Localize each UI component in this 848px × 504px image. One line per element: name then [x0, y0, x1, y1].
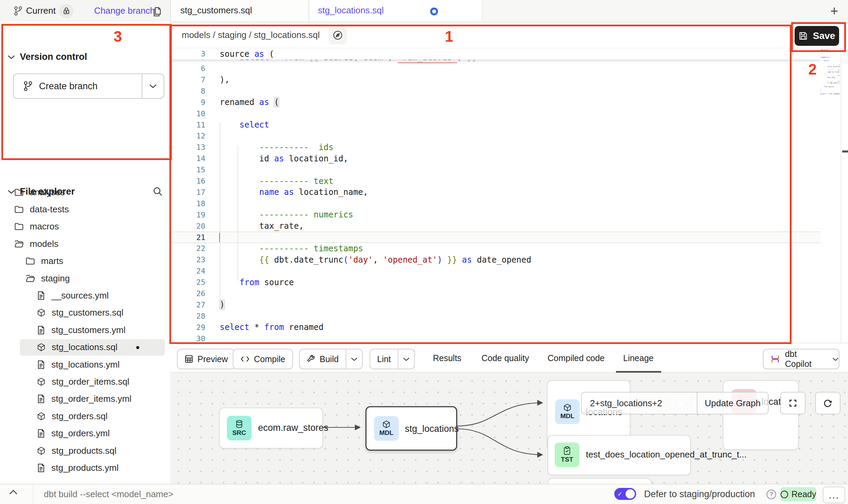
tab-results[interactable]: Results [433, 343, 461, 373]
lint-button[interactable]: Lint [370, 349, 415, 369]
preview-button[interactable]: Preview [177, 349, 235, 369]
refresh-button[interactable] [815, 392, 840, 414]
file-item-staging[interactable]: staging [0, 270, 170, 287]
code-text: ---------- ids [220, 143, 333, 152]
build-dropdown[interactable] [346, 349, 362, 369]
file-icon [37, 291, 45, 300]
file-item-stg-orders-yml[interactable]: stg_orders.yml [0, 425, 170, 442]
cube-icon [563, 403, 571, 412]
change-branch-link[interactable]: Change branch [94, 0, 155, 22]
file-item-label: stg_orders.sql [52, 411, 107, 422]
tab-lineage[interactable]: Lineage [623, 343, 654, 373]
lint-dropdown[interactable] [398, 349, 414, 369]
file-item-stg-customers-yml[interactable]: stg_customers.yml [0, 321, 170, 339]
compile-button[interactable]: Compile [233, 349, 293, 369]
file-item-stg-order-items-sql[interactable]: stg_order_items.sql [0, 373, 170, 390]
file-item-analyses[interactable]: analyses [0, 184, 170, 201]
divider [414, 347, 415, 371]
model-icon [37, 412, 46, 421]
status-ring-icon [781, 491, 788, 498]
branch-lock-badge [59, 4, 74, 18]
file-item-stg-order-items-yml[interactable]: stg_order_items.yml [0, 390, 170, 408]
build-button[interactable]: Build [299, 349, 363, 369]
mdl-badge: MDL [555, 399, 580, 424]
code-editor[interactable]: 5 select * from {{ source('ecom', 'raw_s… [170, 48, 821, 343]
save-button[interactable]: Save [795, 26, 839, 46]
branch-icon [23, 81, 33, 92]
lineage-node-source[interactable]: SRC ecom.raw_stores [219, 408, 323, 449]
update-graph-button[interactable]: Update Graph [697, 393, 768, 414]
file-item-models[interactable]: models [0, 235, 170, 252]
new-tab-button[interactable]: + [827, 3, 842, 18]
defer-label: Defer to staging/production [644, 485, 755, 504]
line-number: 11 [170, 121, 205, 129]
editor-minimap[interactable]: source as (),renamed as ( select -------… [820, 49, 840, 104]
lineage-filter-input[interactable]: 2+stg_locations+2 [582, 393, 697, 414]
copy-icon[interactable] [152, 5, 163, 17]
model-icon [37, 447, 46, 455]
file-icon [37, 360, 45, 369]
line-number: 15 [170, 165, 205, 174]
version-control-title: Version control [20, 52, 87, 62]
command-input[interactable]: dbt build --select <model_name> [44, 485, 174, 504]
more-options-button[interactable]: ... [823, 487, 845, 503]
lineage-node-test[interactable]: TST test_does_location_opened_at_trunc_t… [548, 435, 691, 475]
tab-bar: Current Change branch stg_customers.sql … [0, 0, 848, 22]
model-icon [37, 308, 46, 317]
fullscreen-button[interactable] [780, 392, 806, 414]
create-branch-dropdown[interactable] [142, 84, 164, 89]
code-text: source as ( [220, 49, 274, 59]
model-icon [37, 377, 46, 386]
lineage-controls: 2+stg_locations+2 Update Graph [581, 392, 769, 414]
refresh-icon [823, 398, 833, 408]
line-number: 3 [170, 50, 205, 58]
panel-resize-handle[interactable] [842, 150, 848, 152]
file-item-label: models [30, 239, 59, 249]
tab-stg-locations[interactable]: stg_locations.sql [310, 0, 483, 21]
defer-toggle[interactable]: ✓ [614, 488, 636, 500]
line-number: 17 [170, 188, 205, 197]
node-label: stg_locations [405, 424, 459, 434]
help-icon[interactable]: ? [767, 490, 776, 499]
lineage-canvas[interactable]: SRC ecom.raw_stores MDL stg_locations MD… [170, 373, 848, 484]
model-icon [37, 343, 46, 352]
dbt-copilot-button[interactable]: dbt Copilot [763, 349, 839, 369]
code-text: name as location_name, [220, 187, 368, 197]
chevron-down-icon [149, 84, 157, 89]
file-item-label: data-tests [30, 204, 69, 215]
file-item-stg-products-yml[interactable]: stg_products.yml [0, 459, 170, 476]
version-control-header[interactable]: Version control [8, 52, 87, 62]
file-item-marts[interactable]: marts [0, 253, 170, 270]
create-branch-button[interactable]: Create branch [13, 74, 164, 99]
tab-compiled-code[interactable]: Compiled code [548, 343, 605, 373]
code-line: 16 ---------- text [170, 175, 821, 187]
chevron-up-icon[interactable] [9, 489, 18, 495]
file-icon [37, 326, 45, 335]
breadcrumb: models / staging / stg_locations.sql [182, 30, 320, 40]
code-line: 7), [170, 74, 821, 85]
file-item-stg-orders-sql[interactable]: stg_orders.sql [0, 408, 170, 425]
current-branch[interactable]: Current [14, 0, 74, 22]
file-item-macros[interactable]: macros [0, 218, 170, 235]
line-number: 30 [170, 334, 205, 343]
copilot-icon[interactable] [329, 26, 347, 44]
line-number: 23 [170, 255, 205, 264]
tab-code-quality[interactable]: Code quality [481, 343, 529, 373]
mdl-badge: MDL [374, 416, 399, 441]
file-item-stg-products-sql[interactable]: stg_products.sql [0, 442, 170, 459]
lineage-node-stg-locations[interactable]: MDL stg_locations [365, 406, 457, 451]
lineage-node-pink[interactable]: locations [723, 380, 799, 450]
status-badge[interactable]: Ready [781, 487, 816, 501]
file-item-stg-locations-sql[interactable]: stg_locations.sql [0, 339, 170, 356]
code-line: 30 [170, 333, 821, 343]
line-number: 26 [170, 289, 205, 298]
file-item-label: staging [41, 273, 70, 284]
file-item-stg-locations-yml[interactable]: stg_locations.yml [0, 356, 170, 373]
file-item--sources-yml[interactable]: __sources.yml [0, 287, 170, 304]
file-item-data-tests[interactable]: data-tests [0, 201, 170, 218]
file-item-stg-customers-sql[interactable]: stg_customers.sql [0, 304, 170, 321]
lineage-node-partial[interactable] [548, 478, 652, 484]
code-text: renamed as ( [220, 97, 279, 107]
tab-stg-customers[interactable]: stg_customers.sql [171, 0, 309, 21]
folder-icon [14, 188, 24, 197]
